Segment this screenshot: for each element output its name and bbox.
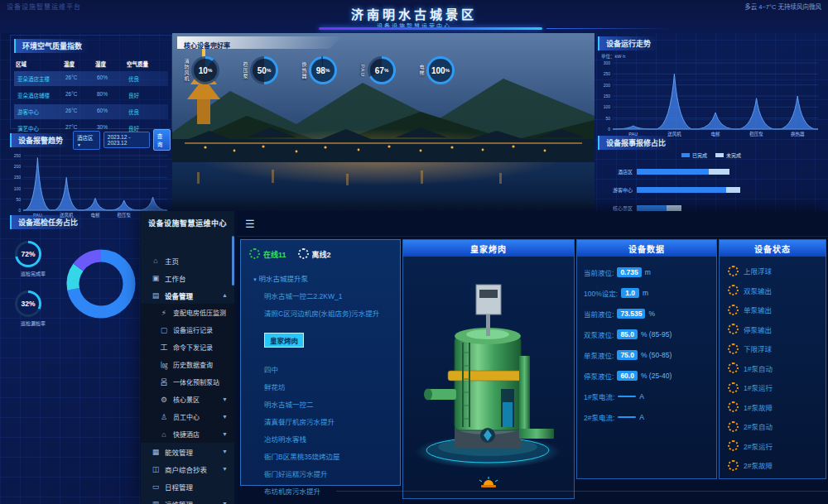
status-label: 单泵输出: [744, 305, 772, 314]
data-value-box[interactable]: 1.0: [621, 288, 639, 298]
device-data-row: 100%设定:1.0m: [584, 288, 710, 298]
svg-text:50: 50: [605, 116, 610, 121]
sidebar-scrollbar[interactable]: [232, 236, 234, 286]
device-status-row: 停泵输出: [728, 324, 817, 334]
status-gear-icon: [728, 362, 739, 373]
tree-node[interactable]: 四中: [264, 364, 397, 374]
scenic-icon: ⚙: [159, 396, 169, 404]
status-panel-title: 设备状态: [720, 240, 826, 257]
device-status-row: 1#泵故障: [728, 401, 817, 412]
status-gear-icon: [728, 285, 739, 295]
tree-node[interactable]: 清照C区河边机房(水姐店务)污水提升: [264, 308, 397, 318]
data-unit: %: [648, 310, 655, 318]
sidebar-item-商户综合抄表[interactable]: ◫商户综合抄表▼: [141, 460, 234, 478]
tree-node[interactable]: 皇家烤肉: [264, 333, 304, 348]
sidebar-item-主页[interactable]: ⌂主页: [141, 252, 234, 269]
data-unit: m: [645, 268, 651, 276]
svg-text:100: 100: [14, 186, 22, 191]
data-value-box[interactable]: 75.0: [617, 350, 638, 360]
tree-node[interactable]: 明水古城一控二2.2KW_1: [264, 290, 397, 300]
sidebar-item-设备管理[interactable]: ▤设备管理▲: [141, 286, 234, 304]
chevron-down-icon: ▼: [222, 501, 228, 504]
data-value-box[interactable]: [618, 396, 636, 397]
staff-icon: ♙: [159, 413, 169, 421]
tree-node[interactable]: 鲜花坊: [264, 382, 397, 391]
scenic-photo: 核心设备完好率 消防风机10%稳压泵50%换热器98%PAU67%电梯100%: [172, 33, 595, 210]
sidebar-item-核心景区[interactable]: ⚙核心景区▼: [141, 391, 234, 408]
sidebar-item-设备运行记录[interactable]: ▢设备运行记录: [141, 321, 234, 338]
stat-value: 32%: [15, 290, 41, 317]
header-decoration: [319, 27, 542, 30]
status-gear-icon: [728, 382, 739, 393]
gauge-label: 电梯: [419, 65, 424, 76]
sidebar-menu: ⌂主页▣工作台▤设备管理▲⚡变配电房低压监测▢设备运行记录工命令下发记录㏒历史数…: [141, 252, 234, 504]
sidebar-item-日程管理[interactable]: ▭日程管理: [141, 478, 234, 495]
dashboard-stage: 设备设施智慧运维平台 济南明水古城景区 设备设施智慧运营中心 多云 4~7°C …: [0, 0, 828, 504]
status-gear-icon: [728, 440, 739, 451]
sidebar-item-快捷酒店[interactable]: ⌂快捷酒店▼: [141, 425, 234, 443]
data-label: 当前液位:: [584, 309, 614, 319]
tree-node[interactable]: 清真餐厅机房污水提升: [264, 416, 397, 426]
sidebar-item-能效管理[interactable]: ▦能效管理▼: [141, 443, 234, 460]
core-gauge: 消防风机10%: [184, 56, 219, 84]
tree-node[interactable]: 冶坊明水客栈: [264, 434, 397, 444]
inspection-stat: 72%巡检完成率: [15, 241, 51, 277]
sidebar-item-一体化预制泵站[interactable]: 呂一体化预制泵站: [141, 373, 234, 391]
repair-legend: 已完成未完成: [598, 151, 825, 159]
alarm-region-select[interactable]: 酒店区 ▼: [73, 131, 100, 150]
repair-bar-track: [637, 169, 794, 175]
sidebar-item-label: 命令下发记录: [173, 343, 213, 352]
device-status-row: 2#泵运行: [728, 440, 817, 451]
status-gear-icon: [728, 266, 739, 276]
tree-node[interactable]: 衙门好运糕污水提升: [264, 468, 397, 478]
svg-text:50: 50: [16, 197, 21, 202]
data-label: 100%设定:: [584, 288, 618, 298]
repair-bar-track: [637, 205, 794, 211]
ops-icon: ▥: [151, 500, 161, 504]
power-icon: ⚡: [159, 309, 169, 317]
data-value-box[interactable]: 85.0: [617, 329, 638, 339]
sidebar-item-label: 设备管理: [165, 290, 193, 300]
sidebar-item-label: 主页: [165, 256, 179, 266]
data-value-box[interactable]: 73.535: [617, 309, 645, 319]
repair-bar-row: 酒店区: [598, 166, 825, 177]
collapse-menu-icon[interactable]: ☰: [245, 218, 255, 230]
status-label: 2#泵故障: [744, 460, 773, 470]
tree-parent-node[interactable]: ▼ 明水古城提升泵: [253, 273, 397, 283]
alarm-date-range[interactable]: 2023.12 - 2023.12: [104, 132, 150, 148]
chevron-up-icon: ▲: [222, 292, 228, 298]
photo-banner-label: 核心设备完好率: [184, 42, 230, 50]
sidebar-item-工作台[interactable]: ▣工作台: [141, 269, 234, 286]
status-gear-icon: [728, 305, 739, 315]
workbench-icon: ▣: [151, 274, 161, 282]
home-icon: ⌂: [151, 257, 161, 265]
sidebar-item-历史数据查询[interactable]: ㏒历史数据查询: [141, 356, 234, 373]
gauge-value: 98%: [309, 56, 337, 84]
data-unit: m: [643, 289, 648, 297]
data-unit: % (85-95): [641, 330, 672, 338]
sidebar-item-命令下发记录[interactable]: 工命令下发记录: [141, 338, 234, 356]
data-value-box[interactable]: 0.735: [617, 267, 641, 277]
status-gear-icon: [728, 460, 739, 471]
tree-node[interactable]: 衙门B区黑桃35烧烤边屋: [264, 451, 397, 461]
tree-node[interactable]: 明水古城一控二: [264, 399, 397, 409]
alarm-panel-title: 设备报警趋势: [10, 133, 70, 147]
alarm-query-button[interactable]: 查询: [153, 129, 171, 151]
app-toolbar: ☰: [237, 211, 828, 237]
sidebar-item-变配电房低压监测[interactable]: ⚡变配电房低压监测: [141, 304, 234, 321]
sidebar-item-运维管理[interactable]: ▥运维管理▼: [141, 495, 234, 504]
core-gauge: PAU67%: [360, 56, 396, 84]
sidebar-item-员工中心[interactable]: ♙员工中心▼: [141, 408, 234, 425]
env-table-row: 亚朵酒店主楼26°C60%优良: [14, 71, 168, 86]
gauge-value: 100%: [426, 56, 455, 84]
data-value-box[interactable]: 60.0: [617, 371, 638, 381]
stat-value: 72%: [15, 241, 41, 267]
chevron-down-icon: ▼: [222, 396, 228, 402]
data-value-box[interactable]: [618, 416, 636, 418]
device-data-row: 双泵液位:85.0% (85-95): [584, 329, 710, 339]
legend-item: 已完成: [681, 151, 707, 159]
data-label: 2#泵电流:: [584, 412, 614, 422]
svg-text:250: 250: [14, 153, 22, 158]
core-health-gauges: 消防风机10%稳压泵50%换热器98%PAU67%电梯100%: [184, 56, 455, 84]
env-quality-panel: 环境空气质量指数 区域温度湿度空气质量 亚朵酒店主楼26°C60%优良亚朵酒店辅…: [10, 35, 172, 129]
